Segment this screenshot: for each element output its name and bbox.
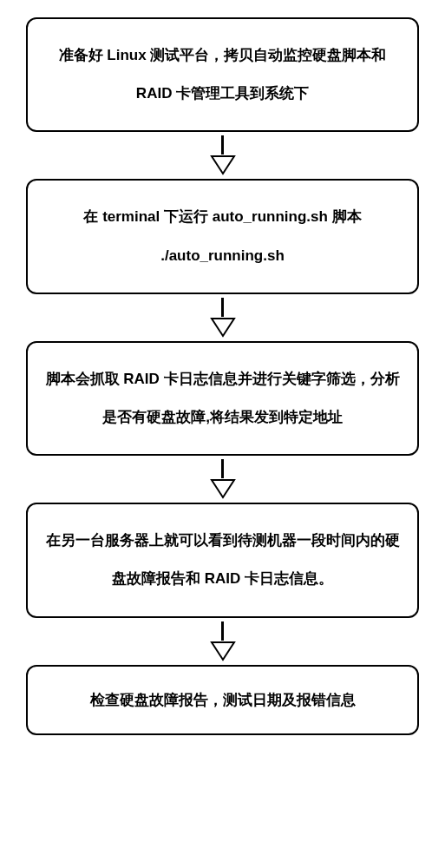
- step-text: 在另一台服务器上就可以看到待测机器一段时间内的硬盘故障报告和 RAID 卡日志信…: [46, 532, 400, 587]
- step-text: 准备好 Linux 测试平台，拷贝自动监控硬盘脚本和 RAID 卡管理工具到系统…: [59, 47, 387, 102]
- flowchart-step-1: 准备好 Linux 测试平台，拷贝自动监控硬盘脚本和 RAID 卡管理工具到系统…: [26, 17, 419, 132]
- step-text: 在 terminal 下运行 auto_running.sh 脚本 ./auto…: [83, 208, 361, 263]
- flowchart-step-3: 脚本会抓取 RAID 卡日志信息并进行关键字筛选，分析是否有硬盘故障,将结果发到…: [26, 341, 419, 456]
- arrow-down-icon: [210, 621, 236, 661]
- step-text: 脚本会抓取 RAID 卡日志信息并进行关键字筛选，分析是否有硬盘故障,将结果发到…: [46, 371, 400, 425]
- flowchart-step-5: 检查硬盘故障报告，测试日期及报错信息: [26, 665, 419, 735]
- arrow-down-icon: [210, 459, 236, 499]
- arrow-down-icon: [210, 135, 236, 175]
- flowchart-container: 准备好 Linux 测试平台，拷贝自动监控硬盘脚本和 RAID 卡管理工具到系统…: [26, 17, 419, 735]
- flowchart-step-2: 在 terminal 下运行 auto_running.sh 脚本 ./auto…: [26, 179, 419, 293]
- arrow-down-icon: [210, 298, 236, 338]
- step-text: 检查硬盘故障报告，测试日期及报错信息: [90, 692, 356, 708]
- flowchart-step-4: 在另一台服务器上就可以看到待测机器一段时间内的硬盘故障报告和 RAID 卡日志信…: [26, 503, 419, 617]
